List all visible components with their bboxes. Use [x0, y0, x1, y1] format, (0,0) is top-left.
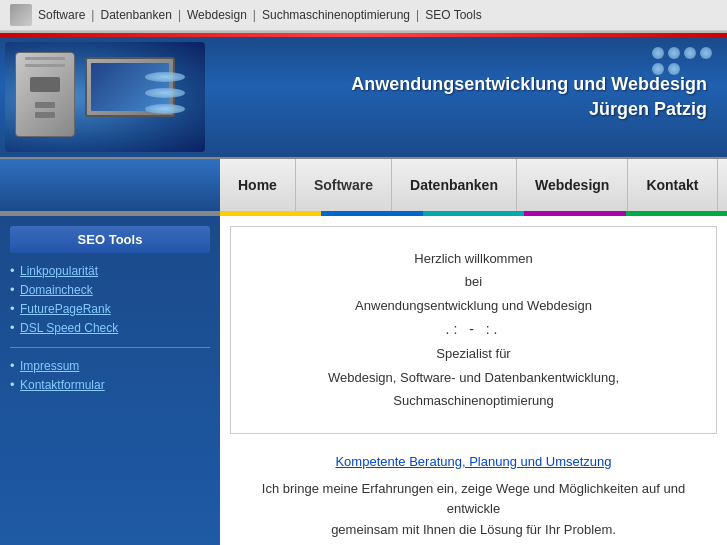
sidebar-link-futurepagerank[interactable]: FuturePageRank	[20, 302, 111, 316]
top-nav-seo[interactable]: Suchmaschinenoptimierung	[262, 8, 410, 22]
list-item: FuturePageRank	[10, 299, 210, 318]
content-para2: gemeinsam mit Ihnen die Lösung für Ihr P…	[331, 522, 616, 537]
sidebar-links2-list: Impressum Kontaktformular	[10, 356, 210, 394]
sidebar-link-impressum[interactable]: Impressum	[20, 359, 79, 373]
top-nav-links: Software | Datenbanken | Webdesign | Suc…	[38, 8, 482, 22]
list-item: Kontaktformular	[10, 375, 210, 394]
main-content: SEO Tools Linkpopularität Domaincheck Fu…	[0, 216, 727, 545]
computer-background	[5, 42, 205, 152]
sidebar-link-linkpopularitat[interactable]: Linkpopularität	[20, 264, 98, 278]
sidebar-link-kontaktformular[interactable]: Kontaktformular	[20, 378, 105, 392]
welcome-box: Herzlich willkommen bei Anwendungsentwic…	[230, 226, 717, 434]
list-item: Impressum	[10, 356, 210, 375]
title-line1: Anwendungsentwicklung und Webdesign	[351, 74, 707, 94]
content-para1: Ich bringe meine Erfahrungen ein, zeige …	[262, 481, 685, 517]
pc-tower-icon	[15, 52, 75, 137]
site-header: Anwendungsentwicklung und Webdesign Jürg…	[0, 37, 727, 157]
separator: |	[87, 8, 98, 22]
top-nav-software[interactable]: Software	[38, 8, 85, 22]
welcome-line6: Webdesign, Software- und Datenbankentwic…	[261, 366, 686, 389]
welcome-line2: bei	[261, 270, 686, 293]
nav-home[interactable]: Home	[220, 159, 296, 211]
list-item: DSL Speed Check	[10, 318, 210, 337]
header-graphic	[0, 37, 220, 157]
nav-software[interactable]: Software	[296, 159, 392, 211]
site-title: Anwendungsentwicklung und Webdesign Jürg…	[220, 72, 707, 122]
content-text-area: Kompetente Beratung, Planung und Umsetzu…	[220, 444, 727, 545]
welcome-line3: Anwendungsentwicklung und Webdesign	[261, 294, 686, 317]
welcome-line1: Herzlich willkommen	[261, 247, 686, 270]
sidebar-seotools-list: Linkpopularität Domaincheck FuturePageRa…	[10, 261, 210, 337]
nav-datenbanken[interactable]: Datenbanken	[392, 159, 517, 211]
welcome-line5: Spezialist für	[261, 342, 686, 365]
nav-1und1[interactable]: 1und1Shop	[718, 159, 728, 211]
sidebar-seotools-title: SEO Tools	[10, 226, 210, 253]
separator: |	[412, 8, 423, 22]
top-nav-seotools[interactable]: SEO Tools	[425, 8, 481, 22]
separator: |	[249, 8, 260, 22]
pc-discs	[145, 72, 185, 120]
nav-webdesign[interactable]: Webdesign	[517, 159, 628, 211]
top-nav-datenbanken[interactable]: Datenbanken	[100, 8, 171, 22]
sidebar: SEO Tools Linkpopularität Domaincheck Fu…	[0, 216, 220, 545]
welcome-dots: .: - :.	[261, 317, 686, 342]
header-title-area: Anwendungsentwicklung und Webdesign Jürg…	[220, 72, 727, 122]
welcome-line7: Suchmaschinenoptimierung	[261, 389, 686, 412]
separator: |	[174, 8, 185, 22]
top-nav-webdesign[interactable]: Webdesign	[187, 8, 247, 22]
sidebar-divider	[10, 347, 210, 348]
sidebar-link-domaincheck[interactable]: Domaincheck	[20, 283, 93, 297]
site-logo-icon	[10, 4, 32, 26]
nav-spacer	[0, 159, 220, 211]
main-navigation: Home Software Datenbanken Webdesign Kont…	[0, 157, 727, 211]
title-line2: Jürgen Patzig	[589, 99, 707, 119]
top-navigation-bar: Software | Datenbanken | Webdesign | Suc…	[0, 0, 727, 31]
header-dots-decoration	[652, 47, 712, 75]
list-item: Linkpopularität	[10, 261, 210, 280]
sidebar-link-dslspeedcheck[interactable]: DSL Speed Check	[20, 321, 118, 335]
page-content: Herzlich willkommen bei Anwendungsentwic…	[220, 216, 727, 545]
consulting-link[interactable]: Kompetente Beratung, Planung und Umsetzu…	[235, 454, 712, 469]
nav-kontakt[interactable]: Kontakt	[628, 159, 717, 211]
content-body: Ich bringe meine Erfahrungen ein, zeige …	[235, 479, 712, 545]
list-item: Domaincheck	[10, 280, 210, 299]
nav-items-container: Home Software Datenbanken Webdesign Kont…	[220, 159, 727, 211]
